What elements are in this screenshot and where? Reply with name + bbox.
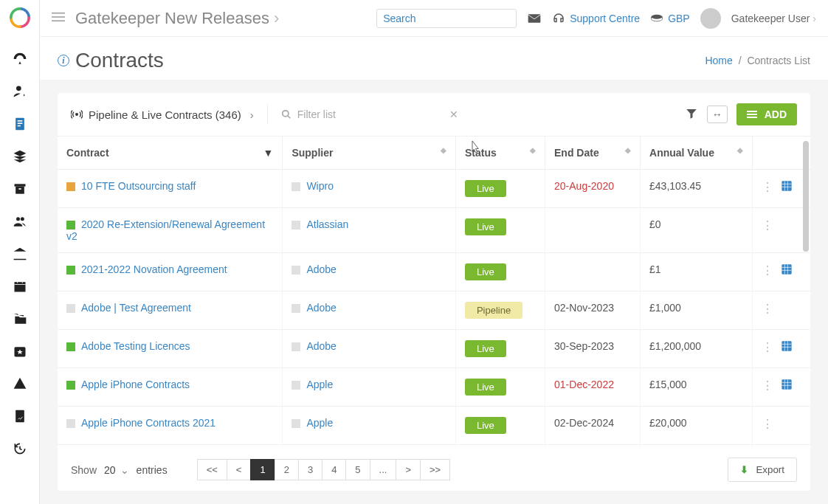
info-icon[interactable]: i: [58, 55, 69, 66]
grid-icon[interactable]: [781, 340, 793, 354]
nav-user-settings-icon[interactable]: [0, 75, 40, 108]
contract-link[interactable]: 2021-2022 Novation Agreement: [81, 263, 227, 275]
contract-link[interactable]: Apple iPhone Contracts: [81, 379, 190, 390]
nav-layers-icon[interactable]: [0, 140, 40, 173]
nav-dashboard-icon[interactable]: [0, 43, 40, 75]
grid-icon[interactable]: [781, 263, 793, 277]
nav-users-icon[interactable]: [0, 205, 40, 238]
global-search-input[interactable]: [383, 13, 512, 24]
row-menu-icon[interactable]: ⋮: [762, 218, 773, 232]
nav-folders-icon[interactable]: [0, 303, 40, 335]
row-menu-icon[interactable]: ⋮: [762, 379, 773, 393]
mail-icon[interactable]: [527, 11, 542, 26]
col-contract[interactable]: Contract▼: [58, 137, 283, 170]
page-button[interactable]: ...: [370, 459, 397, 480]
annual-value: £1,000: [641, 291, 753, 330]
supplier-link[interactable]: Atlassian: [306, 218, 348, 230]
row-menu-icon[interactable]: ⋮: [762, 263, 773, 277]
supplier-link[interactable]: Adobe: [306, 302, 336, 314]
table-row: Adobe Testing LicencesAdobeLive30-Sep-20…: [58, 330, 810, 368]
page-button[interactable]: 1: [250, 459, 275, 480]
nav-history-icon[interactable]: [0, 432, 40, 465]
page-button[interactable]: >>: [420, 459, 450, 480]
contract-link[interactable]: 2020 Re-Extension/Renewal Agreement v2: [66, 218, 265, 242]
page-header: i Contracts Home / Contracts List: [40, 37, 828, 80]
table-row: Adobe | Test AgreementAdobePipeline02-No…: [58, 291, 810, 330]
col-end-date[interactable]: End Date◆: [545, 137, 641, 170]
global-search[interactable]: [376, 9, 517, 28]
top-title[interactable]: Gatekeeper New Releases: [75, 9, 279, 28]
page-button[interactable]: 5: [345, 459, 370, 480]
contract-link[interactable]: Adobe | Test Agreement: [81, 302, 191, 314]
col-status[interactable]: Status◆: [455, 137, 545, 170]
left-sidebar: [0, 0, 40, 504]
page-button[interactable]: 2: [275, 459, 299, 480]
page-button[interactable]: >: [396, 459, 421, 480]
svg-rect-23: [782, 264, 792, 274]
svg-point-20: [75, 113, 78, 116]
col-annual-value[interactable]: Annual Value◆: [641, 137, 753, 170]
svg-rect-25: [782, 379, 792, 389]
user-menu[interactable]: Gatekeeper User ›: [731, 13, 816, 24]
status-square: [66, 221, 75, 229]
breadcrumb-home[interactable]: Home: [705, 55, 732, 66]
supplier-link[interactable]: Apple: [306, 417, 333, 429]
status-square: [66, 419, 75, 428]
nav-contracts-icon[interactable]: [0, 108, 40, 140]
contract-link[interactable]: Adobe Testing Licences: [81, 340, 190, 352]
nav-bank-icon[interactable]: [0, 238, 40, 270]
entries-select[interactable]: 20 ⌄: [104, 464, 129, 476]
svg-rect-5: [14, 184, 25, 186]
status-badge: Live: [465, 417, 506, 434]
nav-alert-icon[interactable]: [0, 367, 40, 400]
filter-list-input[interactable]: [297, 108, 444, 120]
menu-icon[interactable]: [52, 10, 65, 26]
row-menu-icon[interactable]: ⋮: [762, 417, 773, 431]
annual-value: £1: [641, 253, 753, 291]
page-title: Contracts: [75, 49, 164, 72]
row-menu-icon[interactable]: ⋮: [762, 302, 773, 316]
supplier-square: [291, 419, 300, 428]
supplier-link[interactable]: Wipro: [306, 180, 334, 192]
add-button[interactable]: ADD: [736, 103, 797, 125]
status-square: [66, 266, 75, 275]
user-avatar[interactable]: [700, 8, 721, 29]
page-button[interactable]: <: [227, 459, 252, 480]
export-button[interactable]: ⬇ Export: [728, 458, 797, 482]
grid-icon[interactable]: [781, 379, 793, 393]
clear-filter-icon[interactable]: ✕: [449, 108, 458, 120]
supplier-link[interactable]: Adobe: [306, 340, 336, 352]
col-supplier[interactable]: Supplier◆: [283, 137, 456, 170]
page-button[interactable]: <<: [197, 459, 227, 480]
svg-rect-4: [17, 125, 20, 127]
supplier-link[interactable]: Apple: [306, 379, 333, 390]
nav-calendar-icon[interactable]: [0, 270, 40, 303]
row-menu-icon[interactable]: ⋮: [762, 180, 773, 194]
supplier-square: [291, 182, 300, 191]
saved-filter-title[interactable]: Pipeline & Live Contracts (346) ›: [71, 108, 254, 121]
nav-report-icon[interactable]: [0, 400, 40, 432]
table-row: 2020 Re-Extension/Renewal Agreement v2At…: [58, 208, 810, 253]
currency-selector[interactable]: GBP: [650, 13, 690, 24]
end-date: 02-Nov-2023: [554, 302, 614, 314]
table-row: 10 FTE Outsourcing staffWiproLive20-Aug-…: [58, 170, 810, 208]
headset-icon: [552, 12, 565, 25]
svg-rect-16: [52, 21, 65, 22]
column-resize-icon[interactable]: ↔: [707, 106, 728, 123]
grid-icon[interactable]: [781, 180, 793, 194]
supplier-link[interactable]: Adobe: [306, 263, 336, 275]
row-menu-icon[interactable]: ⋮: [762, 340, 773, 354]
support-link[interactable]: Support Centre: [552, 12, 640, 25]
pagination: <<<12345...>>>: [197, 459, 451, 480]
contract-link[interactable]: Apple iPhone Contracts 2021: [81, 417, 215, 429]
contracts-table: Contract▼ Supplier◆ Status◆ End Date◆ An…: [58, 137, 810, 447]
contract-link[interactable]: 10 FTE Outsourcing staff: [81, 180, 196, 192]
app-logo: [10, 7, 30, 28]
page-button[interactable]: 4: [322, 459, 346, 480]
show-label: Show: [71, 464, 97, 476]
page-button[interactable]: 3: [298, 459, 322, 480]
status-badge: Pipeline: [465, 302, 522, 319]
nav-archive-icon[interactable]: [0, 173, 40, 205]
funnel-icon[interactable]: [685, 107, 698, 122]
nav-favorite-icon[interactable]: [0, 335, 40, 367]
